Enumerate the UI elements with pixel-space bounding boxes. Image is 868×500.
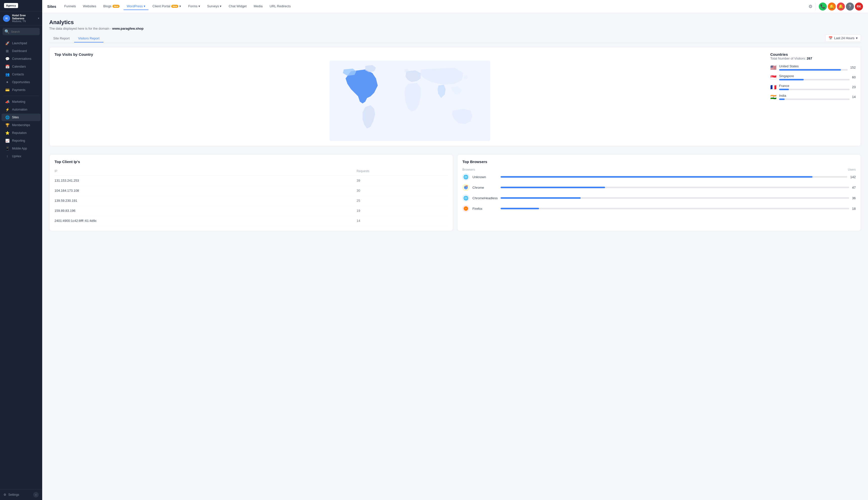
visitors-total: Total Number of Visitors: 267 (770, 57, 856, 60)
client-portal-badge: New (171, 5, 178, 8)
user-initials: RK (857, 5, 861, 8)
tab-media[interactable]: Media (251, 3, 265, 10)
account-location: Madurai, TN (12, 20, 38, 23)
tab-url-redirects[interactable]: URL Redirects (266, 3, 293, 10)
sidebar-item-label: Payments (12, 88, 25, 92)
sidebar-item-label: Automation (12, 108, 27, 111)
sites-icon: 🌐 (5, 115, 10, 120)
countries-panel: Countries Total Number of Visitors: 267 … (770, 52, 856, 141)
country-count: 152 (850, 66, 856, 69)
sidebar-item-launchpad[interactable]: 🚀 Launchpad (1, 39, 41, 47)
date-range-picker[interactable]: 📅 Last 24 Hours ▾ (825, 34, 861, 42)
tab-forms[interactable]: Forms ▾ (185, 3, 203, 10)
marketing-icon: 📣 (5, 100, 10, 104)
tab-chat-widget[interactable]: Chat Widget (225, 3, 250, 10)
page-title: Analytics (49, 19, 861, 26)
sidebar-item-payments[interactable]: 💳 Payments (1, 86, 41, 94)
browser-count: 47 (852, 186, 856, 190)
col-header-requests: Requests (357, 168, 448, 175)
browsers-title: Top Browsers (462, 160, 856, 164)
tab-websites[interactable]: Websites (80, 3, 99, 10)
search-input[interactable] (11, 30, 42, 33)
notification-icon-button[interactable]: 🔔 (828, 2, 836, 11)
sidebar-item-label: Reputation (12, 131, 27, 135)
sidebar-item-label: Launchpad (12, 42, 27, 45)
sidebar-item-memberships[interactable]: 🏆 Memberships (1, 121, 41, 129)
collapse-button[interactable]: ‹ (33, 492, 39, 498)
world-map (55, 60, 765, 141)
report-tabs: Site Report Visitors Report (49, 35, 103, 43)
browser-count: 142 (850, 175, 856, 179)
flag-us: 🇺🇸 (770, 65, 777, 71)
map-svg (55, 60, 765, 141)
country-row: 🇸🇬 Singapore 60 (770, 74, 856, 80)
browser-count: 36 (852, 196, 856, 200)
sidebar-item-label: Conversations (12, 57, 31, 60)
ip-address: 139.59.230.191 (55, 196, 357, 206)
domain-link[interactable]: www.paragfew.shop (112, 27, 144, 31)
progress-fill (779, 99, 785, 100)
chevron-down-icon: ▾ (856, 36, 858, 40)
country-row: 🇫🇷 France 23 (770, 84, 856, 90)
tab-surveys[interactable]: Surveys ▾ (204, 3, 225, 10)
request-count: 25 (357, 196, 448, 206)
sidebar-item-reputation[interactable]: ⭐ Reputation (1, 129, 41, 137)
bottom-grid: Top Client Ip's IP Requests 131.153.241.… (49, 150, 861, 231)
settings-gear-icon[interactable]: ⚙ (809, 4, 812, 9)
sidebar-item-label: UpHex (12, 155, 21, 158)
topnav-actions: ⚙ (809, 4, 812, 9)
sidebar-item-label: Sites (12, 116, 19, 119)
search-icon: 🔍 (4, 29, 10, 34)
flag-sg: 🇸🇬 (770, 75, 777, 80)
sidebar-item-dashboard[interactable]: ⊞ Dashboard (1, 47, 41, 55)
tab-wordpress[interactable]: WordPress ▾ (124, 3, 148, 10)
calendar-icon: 📅 (829, 36, 833, 40)
blogs-badge: New (113, 5, 120, 8)
help-icon-button[interactable]: ? (846, 2, 854, 11)
tab-site-report[interactable]: Site Report (49, 35, 73, 43)
ip-address: 131.153.241.253 (55, 175, 357, 186)
account-switcher[interactable]: H Hotel Sree Sabarees Madurai, TN ▾ (0, 11, 42, 25)
tab-client-portal[interactable]: Client Portal New ▾ (149, 3, 184, 10)
sidebar-item-mobile-app[interactable]: 📱 Mobile App (1, 145, 41, 152)
sidebar-item-uphex[interactable]: ↑ UpHex (1, 152, 41, 160)
sidebar-item-sites[interactable]: 🌐 Sites (1, 114, 41, 121)
reputation-icon: ⭐ (5, 131, 10, 135)
calendars-icon: 📅 (5, 65, 10, 69)
country-count: 14 (852, 95, 856, 99)
opportunities-icon: ✦ (5, 80, 10, 84)
topnav-title: Sites (47, 4, 56, 9)
chevron-down-icon: ▾ (38, 17, 39, 20)
sidebar-item-opportunities[interactable]: ✦ Opportunities (1, 78, 41, 86)
progress-fill (779, 89, 789, 90)
user-avatar[interactable]: RK (855, 2, 863, 11)
payments-icon: 💳 (5, 88, 10, 92)
memberships-icon: 🏆 (5, 123, 10, 127)
country-name: United States (779, 64, 848, 68)
sidebar-item-automation[interactable]: ⚡ Automation (1, 106, 41, 113)
main-content: Sites Funnels Websites Blogs New WordPre… (42, 0, 868, 500)
table-row: 104.164.173.108 30 (55, 186, 448, 196)
sidebar-item-conversations[interactable]: 💬 Conversations (1, 55, 41, 62)
browser-bar (500, 197, 849, 199)
browser-row: Chrome 47 (462, 184, 856, 191)
bell-icon-button[interactable]: 🔔 (837, 2, 845, 11)
page-subtitle: The data displayed here is for the domai… (49, 27, 861, 31)
sidebar-item-reporting[interactable]: 📈 Reporting (1, 137, 41, 145)
progress-bar (779, 79, 850, 80)
country-count: 60 (852, 75, 856, 79)
tab-funnels[interactable]: Funnels (61, 3, 79, 10)
browser-icon-chrome (462, 184, 470, 191)
sidebar-item-contacts[interactable]: 👥 Contacts (1, 71, 41, 78)
tab-visitors-report[interactable]: Visitors Report (74, 35, 103, 43)
top-countries-card: Top Visits by Country (49, 47, 861, 146)
phone-icon-button[interactable]: 📞 (819, 2, 827, 11)
sidebar-item-marketing[interactable]: 📣 Marketing (1, 98, 41, 105)
settings-link[interactable]: ⚙ Settings (3, 493, 19, 497)
sidebar-nav: 🚀 Launchpad ⊞ Dashboard 💬 Conversations … (0, 38, 42, 489)
table-row: 139.59.230.191 25 (55, 196, 448, 206)
mobile-app-icon: 📱 (5, 147, 10, 150)
tab-blogs[interactable]: Blogs New (100, 3, 123, 10)
search-bar[interactable]: 🔍 ⌘K + (2, 28, 40, 35)
sidebar-item-calendars[interactable]: 📅 Calendars (1, 63, 41, 70)
